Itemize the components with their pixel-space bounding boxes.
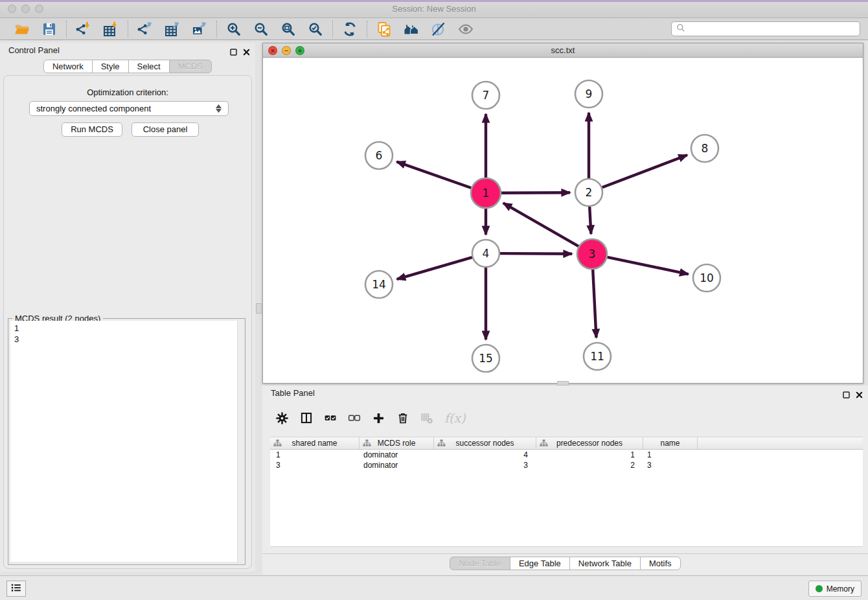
edge-3-10[interactable] <box>608 257 689 274</box>
float-table-panel-icon[interactable] <box>843 389 850 401</box>
first-neighbors-icon[interactable] <box>401 20 422 38</box>
refresh-network-icon[interactable] <box>339 20 360 38</box>
node-label: 3 <box>589 248 596 260</box>
search-field[interactable] <box>671 21 860 36</box>
tab-motifs[interactable]: Motifs <box>640 557 681 570</box>
vertical-splitter-handle[interactable] <box>256 303 262 314</box>
memory-label: Memory <box>827 584 854 594</box>
tab-select[interactable]: Select <box>128 60 170 73</box>
tab-style[interactable]: Style <box>92 60 129 73</box>
tab-network[interactable]: Network <box>43 60 93 73</box>
cell-shared-name[interactable]: 3 <box>270 460 360 470</box>
table-panel-header: Table Panel <box>262 386 868 402</box>
import-network-icon[interactable] <box>73 20 94 38</box>
zoom-in-icon[interactable] <box>223 20 244 38</box>
close-panel-icon[interactable] <box>243 47 250 58</box>
add-row-icon[interactable] <box>372 411 385 425</box>
delete-icon[interactable] <box>396 411 409 424</box>
export-image-icon[interactable] <box>189 20 210 38</box>
edge-2-8[interactable] <box>602 155 687 187</box>
network-canvas-svg[interactable]: 7968124314101511 <box>263 58 863 383</box>
cell-predecessor-nodes[interactable]: 2 <box>536 460 643 470</box>
cell-name[interactable]: 3 <box>643 460 698 470</box>
node-7[interactable]: 7 <box>472 82 499 109</box>
cell-predecessor-nodes[interactable]: 1 <box>536 450 643 460</box>
zoom-out-icon[interactable] <box>251 20 271 38</box>
hide-graphics-icon[interactable] <box>428 20 449 38</box>
tab-node-table[interactable]: Node Table <box>450 557 510 570</box>
cell-name[interactable]: 1 <box>643 450 698 460</box>
table-row[interactable]: 1dominator411 <box>270 450 863 460</box>
close-window-button[interactable] <box>8 5 16 13</box>
edge-1-6[interactable] <box>396 162 471 188</box>
zoom-window-button[interactable] <box>35 5 43 13</box>
cell-successor-nodes[interactable]: 4 <box>434 450 536 460</box>
node-11[interactable]: 11 <box>584 343 611 370</box>
show-graphics-icon[interactable] <box>455 20 476 38</box>
minimize-window-button[interactable] <box>21 5 30 13</box>
edge-1-2[interactable] <box>501 192 570 193</box>
table-row[interactable]: 3dominator323 <box>270 460 863 470</box>
zoom-fit-icon[interactable] <box>278 20 299 38</box>
network-from-selection-icon[interactable] <box>374 20 394 38</box>
edge-3-1[interactable] <box>503 203 578 246</box>
network-window-controls: ×−+ <box>268 46 304 55</box>
network-window-title: scc.txt <box>263 43 863 58</box>
column-header-MCDS-role[interactable]: MCDS role <box>360 437 434 449</box>
deselect-all-icon[interactable] <box>348 411 361 424</box>
export-table-icon[interactable] <box>162 20 183 38</box>
cell-shared-name[interactable]: 1 <box>270 450 360 460</box>
close-view-button[interactable]: × <box>268 46 277 55</box>
node-1[interactable]: 1 <box>471 178 501 208</box>
network-canvas[interactable]: 7968124314101511 <box>263 58 863 383</box>
tab-edge-table[interactable]: Edge Table <box>510 557 570 570</box>
table-settings-icon[interactable] <box>275 411 289 425</box>
horizontal-splitter-handle[interactable] <box>557 381 569 386</box>
export-network-icon[interactable] <box>135 20 155 38</box>
search-input[interactable] <box>686 25 856 34</box>
column-header-successor-nodes[interactable]: successor nodes <box>434 437 536 449</box>
network-window-titlebar[interactable]: ×−+ scc.txt <box>263 43 863 58</box>
column-header-predecessor-nodes[interactable]: predecessor nodes <box>536 437 643 449</box>
edge-2-3[interactable] <box>589 207 591 234</box>
edge-3-11[interactable] <box>593 270 596 338</box>
result-scrollbar[interactable] <box>237 321 243 562</box>
edge-4-14[interactable] <box>397 257 472 279</box>
import-table-icon[interactable] <box>100 20 121 38</box>
mcds-result-textarea[interactable]: 13 <box>10 321 243 562</box>
node-9[interactable]: 9 <box>575 80 602 108</box>
memory-button[interactable]: Memory <box>808 581 862 597</box>
node-10[interactable]: 10 <box>693 264 720 292</box>
cell-MCDS-role[interactable]: dominator <box>360 460 434 470</box>
cell-successor-nodes[interactable]: 3 <box>434 460 536 470</box>
zoom-selected-icon[interactable] <box>305 20 326 38</box>
cell-MCDS-role[interactable]: dominator <box>360 450 434 460</box>
tab-mcds[interactable]: MCDS <box>169 60 212 73</box>
control-panel: Control Panel NetworkStyleSelectMCDS Opt… <box>0 43 255 571</box>
node-3[interactable]: 3 <box>577 239 607 269</box>
table-header-row: shared nameMCDS rolesuccessor nodesprede… <box>270 437 863 450</box>
tab-network-table[interactable]: Network Table <box>569 557 641 570</box>
node-6[interactable]: 6 <box>365 142 393 169</box>
minimize-view-button[interactable]: − <box>282 46 291 55</box>
column-header-shared-name[interactable]: shared name <box>270 437 360 449</box>
show-column-icon[interactable] <box>300 411 313 424</box>
close-panel-button[interactable]: Close panel <box>131 122 199 137</box>
zoom-view-button[interactable]: + <box>295 46 304 55</box>
node-4[interactable]: 4 <box>472 240 499 267</box>
node-15[interactable]: 15 <box>472 345 499 372</box>
close-table-panel-icon[interactable] <box>856 389 863 401</box>
save-session-icon[interactable] <box>39 20 60 38</box>
open-session-icon[interactable] <box>12 20 32 38</box>
float-panel-icon[interactable] <box>230 47 237 58</box>
edge-4-3[interactable] <box>500 253 572 254</box>
select-all-icon[interactable] <box>324 411 337 424</box>
node-8[interactable]: 8 <box>691 135 718 162</box>
node-2[interactable]: 2 <box>575 179 602 206</box>
criterion-dropdown[interactable]: strongly connected component <box>29 101 229 116</box>
run-mcds-button[interactable]: Run MCDS <box>62 122 122 137</box>
task-history-button[interactable] <box>6 581 26 597</box>
table-panel: Table Panel f(x) shared nameMCDS rolesuc… <box>262 386 868 575</box>
node-14[interactable]: 14 <box>365 271 393 298</box>
column-header-name[interactable]: name <box>643 437 698 449</box>
